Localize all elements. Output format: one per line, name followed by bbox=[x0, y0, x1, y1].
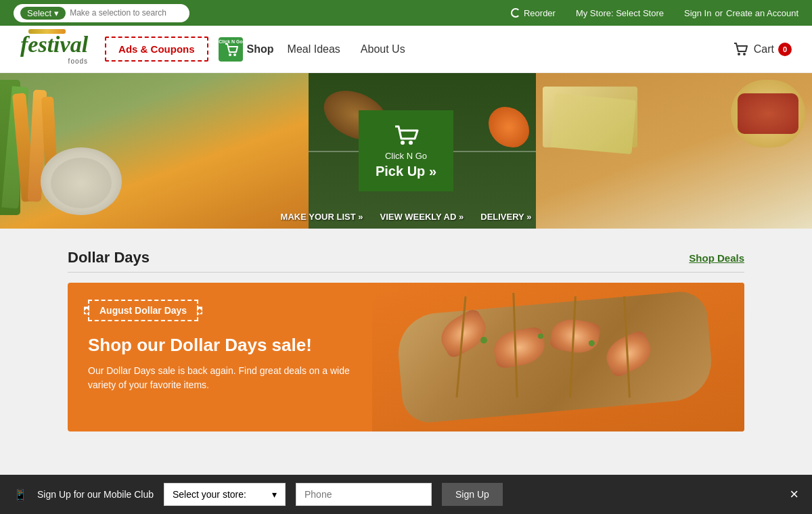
svg-point-7 bbox=[409, 141, 413, 145]
svg-point-5 bbox=[743, 53, 746, 55]
my-store-link[interactable]: My Store: Select Store bbox=[576, 8, 664, 18]
svg-point-2 bbox=[233, 53, 236, 56]
nav-bar: festival foods Ads & Coupons Click N Go … bbox=[0, 26, 812, 73]
select-chevron-icon: ▾ bbox=[54, 8, 59, 18]
banner-right bbox=[372, 283, 744, 431]
shop-label: Shop bbox=[247, 43, 274, 55]
dollar-days-banner: August Dollar Days Shop our Dollar Days … bbox=[68, 283, 744, 431]
search-input[interactable] bbox=[70, 8, 183, 18]
top-bar-links: Reorder My Store: Select Store Sign In o… bbox=[511, 8, 798, 18]
hero-right-segment bbox=[536, 73, 812, 229]
dollar-days-title: Dollar Days bbox=[68, 249, 150, 266]
make-list-link[interactable]: MAKE YOUR LIST » bbox=[281, 212, 363, 222]
cart-icon bbox=[732, 41, 750, 58]
my-store-label: My Store: Select Store bbox=[576, 8, 664, 18]
select-label: Select bbox=[27, 8, 51, 18]
section-divider bbox=[68, 272, 744, 273]
ads-coupons-button[interactable]: Ads & Coupons bbox=[105, 37, 208, 62]
logo: festival foods bbox=[20, 33, 88, 65]
create-account-label: Create an Account bbox=[726, 8, 798, 18]
store-select-wrapper: Select ▾ bbox=[14, 4, 189, 22]
svg-point-1 bbox=[229, 53, 231, 56]
logo-sub: foods bbox=[20, 57, 88, 65]
delivery-link[interactable]: DELIVERY » bbox=[480, 212, 531, 222]
view-weekly-ad-link[interactable]: VIEW WEEKLY AD » bbox=[380, 212, 464, 222]
hero-left-segment bbox=[0, 73, 309, 229]
banner-left: August Dollar Days Shop our Dollar Days … bbox=[68, 283, 372, 431]
reorder-icon bbox=[511, 8, 520, 18]
clickngo-cart-icon bbox=[392, 122, 420, 148]
main-content: Dollar Days Shop Deals August Dollar Day… bbox=[0, 229, 812, 445]
or-label: or bbox=[715, 8, 723, 18]
signin-link[interactable]: Sign In or Create an Account bbox=[684, 8, 798, 18]
shop-cart-icon: Click N Go bbox=[219, 37, 243, 62]
about-us-link[interactable]: About Us bbox=[361, 43, 405, 55]
hero-banner: Click N Go Pick Up » MAKE YOUR LIST » VI… bbox=[0, 73, 812, 229]
signin-label: Sign In bbox=[684, 8, 711, 18]
dollar-days-header: Dollar Days Shop Deals bbox=[68, 242, 744, 266]
cart-label: Cart bbox=[754, 43, 774, 55]
meal-ideas-link[interactable]: Meal Ideas bbox=[288, 43, 340, 55]
banner-heading: Shop our Dollar Days sale! bbox=[88, 335, 352, 356]
svg-point-6 bbox=[401, 141, 405, 145]
svg-point-4 bbox=[738, 53, 740, 55]
select-button[interactable]: Select ▾ bbox=[20, 7, 66, 20]
logo-name: festival bbox=[20, 33, 88, 56]
shop-link[interactable]: Click N Go Shop bbox=[219, 37, 274, 62]
clickngo-box[interactable]: Click N Go Pick Up » bbox=[359, 110, 453, 191]
cart-count: 0 bbox=[778, 43, 792, 56]
clickngo-label: Click N Go bbox=[374, 151, 438, 161]
reorder-link[interactable]: Reorder bbox=[511, 8, 556, 18]
banner-text: Our Dollar Days sale is back again. Find… bbox=[88, 364, 352, 392]
august-badge[interactable]: August Dollar Days bbox=[88, 300, 198, 321]
pickup-label: Pick Up » bbox=[374, 164, 438, 179]
reorder-label: Reorder bbox=[524, 8, 556, 18]
cart-button[interactable]: Cart 0 bbox=[732, 41, 792, 58]
top-bar: Select ▾ Reorder My Store: Select Store … bbox=[0, 0, 812, 26]
hero-bottom-links: MAKE YOUR LIST » VIEW WEEKLY AD » DELIVE… bbox=[281, 212, 532, 222]
shop-deals-link[interactable]: Shop Deals bbox=[689, 252, 744, 264]
svg-text:Click N Go: Click N Go bbox=[219, 39, 242, 44]
